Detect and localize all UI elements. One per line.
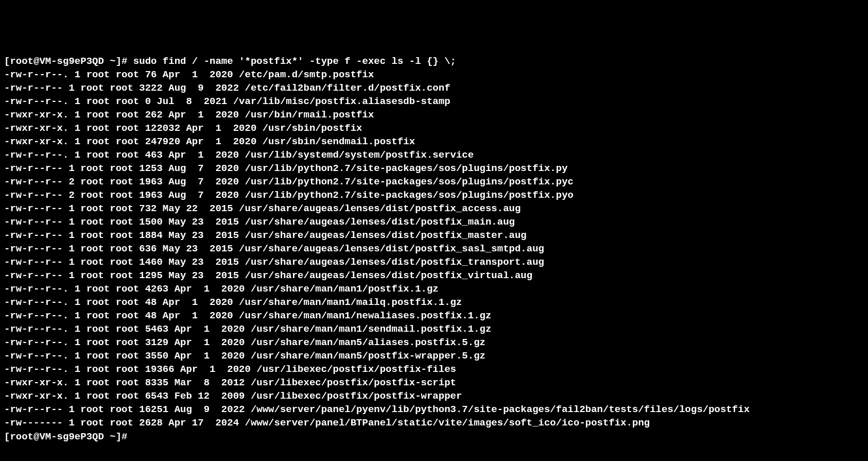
output-line: -rw-r--r-- 1 root root 16251 Aug 9 2022 …: [4, 403, 864, 416]
output-line: -rw-r--r--. 1 root root 0 Jul 8 2021 /va…: [4, 95, 864, 108]
command-prompt-idle: [root@VM-sg9eP3QD ~]#: [4, 430, 864, 443]
output-line: -rw-r--r-- 2 root root 1963 Aug 7 2020 /…: [4, 175, 864, 189]
output-line: -rw-r--r-- 1 root root 1295 May 23 2015 …: [4, 269, 864, 282]
output-line: -rw-r--r--. 1 root root 4263 Apr 1 2020 …: [4, 282, 864, 296]
output-line: -rw-r--r-- 1 root root 1460 May 23 2015 …: [4, 255, 864, 269]
output-line: -rw-r--r--. 1 root root 3550 Apr 1 2020 …: [4, 349, 864, 363]
output-line: -rw-r--r-- 1 root root 636 May 23 2015 /…: [4, 242, 864, 255]
output-line: -rw-r--r--. 1 root root 48 Apr 1 2020 /u…: [4, 296, 864, 309]
output-line: -rw-r--r-- 2 root root 1963 Aug 7 2020 /…: [4, 189, 864, 202]
output-line: -rw-r--r--. 1 root root 463 Apr 1 2020 /…: [4, 148, 864, 162]
command-prompt-line: [root@VM-sg9eP3QD ~]# sudo find / -name …: [4, 55, 864, 68]
output-line: -rw-r--r--. 1 root root 48 Apr 1 2020 /u…: [4, 309, 864, 322]
output-line: -rw------- 1 root root 2628 Apr 17 2024 …: [4, 416, 864, 430]
terminal-output[interactable]: [root@VM-sg9eP3QD ~]# sudo find / -name …: [4, 55, 864, 443]
output-line: -rwxr-xr-x. 1 root root 262 Apr 1 2020 /…: [4, 108, 864, 122]
output-line: -rw-r--r--. 1 root root 3129 Apr 1 2020 …: [4, 336, 864, 349]
output-line: -rw-r--r-- 1 root root 1500 May 23 2015 …: [4, 215, 864, 229]
output-line: -rw-r--r-- 1 root root 1253 Aug 7 2020 /…: [4, 162, 864, 175]
output-line: -rw-r--r-- 1 root root 3222 Aug 9 2022 /…: [4, 81, 864, 95]
output-line: -rw-r--r-- 1 root root 732 May 22 2015 /…: [4, 202, 864, 215]
output-line: -rw-r--r--. 1 root root 76 Apr 1 2020 /e…: [4, 68, 864, 81]
output-line: -rw-r--r--. 1 root root 19366 Apr 1 2020…: [4, 363, 864, 376]
output-line: -rwxr-xr-x. 1 root root 247920 Apr 1 202…: [4, 135, 864, 148]
output-line: -rwxr-xr-x. 1 root root 8335 Mar 8 2012 …: [4, 376, 864, 389]
output-line: -rwxr-xr-x. 1 root root 122032 Apr 1 202…: [4, 122, 864, 135]
output-line: -rw-r--r--. 1 root root 5463 Apr 1 2020 …: [4, 322, 864, 336]
output-line: -rwxr-xr-x. 1 root root 6543 Feb 12 2009…: [4, 389, 864, 403]
output-line: -rw-r--r-- 1 root root 1884 May 23 2015 …: [4, 229, 864, 242]
